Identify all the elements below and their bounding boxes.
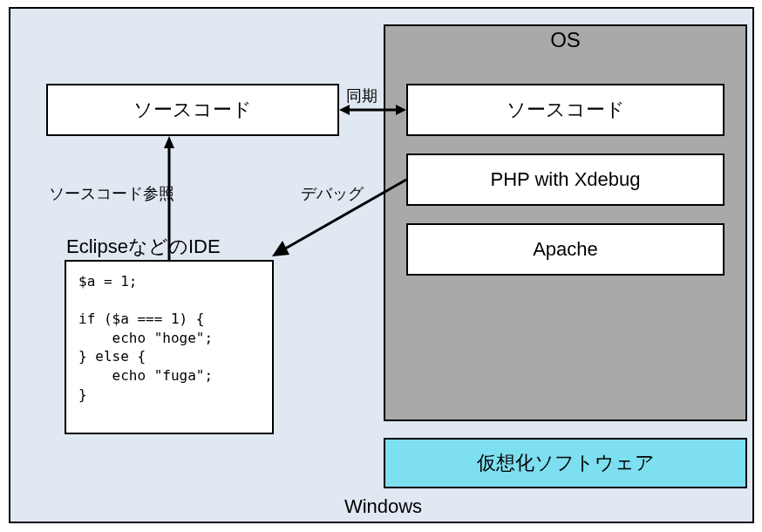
os-title: OS [384,28,747,52]
diagram-canvas: OS ソースコード ソースコード PHP with Xdebug Apache … [0,0,762,532]
ide-code-box: $a = 1; if ($a === 1) { echo "hoge"; } e… [65,260,274,434]
svg-marker-4 [164,136,174,148]
debug-label: デバッグ [301,183,364,204]
php-xdebug-box: PHP with Xdebug [406,153,725,206]
reference-label: ソースコード参照 [49,183,174,204]
os-source-code-box: ソースコード [406,84,725,136]
sync-label: 同期 [346,85,378,106]
svg-marker-2 [396,105,406,115]
ide-label: EclipseなどのIDE [66,234,221,260]
virtualization-software-box: 仮想化ソフトウェア [384,438,747,488]
apache-box: Apache [406,223,725,276]
windows-label: Windows [10,495,756,518]
host-source-code-box: ソースコード [46,84,339,136]
windows-host-box: OS ソースコード ソースコード PHP with Xdebug Apache … [9,7,754,523]
